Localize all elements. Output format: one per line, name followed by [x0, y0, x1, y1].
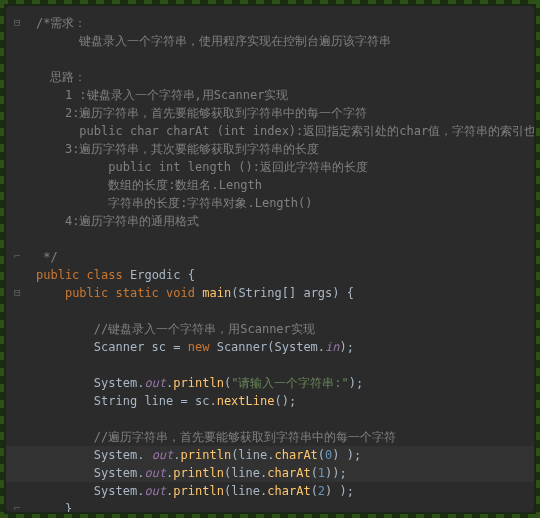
code-line: 2:遍历字符串，首先要能够获取到字符串中的每一个字符: [6, 104, 534, 122]
code-line: [6, 50, 534, 68]
code-line: [6, 410, 534, 428]
code-line: System.out.println(line.charAt(1));: [6, 464, 534, 482]
code-line: 4:遍历字符串的通用格式: [6, 212, 534, 230]
code-line: //键盘录入一个字符串，用Scanner实现: [6, 320, 534, 338]
code-editor[interactable]: ⊟/*需求： 键盘录入一个字符串，使用程序实现在控制台遍历该字符串 思路： 1 …: [6, 6, 534, 512]
code-line: public char charAt (int index):返回指定索引处的c…: [6, 122, 534, 140]
fold-icon[interactable]: ⊟: [14, 14, 21, 32]
code-line: ⊟/*需求：: [6, 14, 534, 32]
code-line: String line = sc.nextLine();: [6, 392, 534, 410]
code-line: //遍历字符串，首先要能够获取到字符串中的每一个字符: [6, 428, 534, 446]
code-line: public int length ():返回此字符串的长度: [6, 158, 534, 176]
code-line: System.out.println(line.charAt(2) );: [6, 482, 534, 500]
fold-icon[interactable]: ⊟: [14, 284, 21, 302]
code-line: [6, 356, 534, 374]
code-line: ⌐ }: [6, 500, 534, 512]
code-line: 数组的长度:数组名.Length: [6, 176, 534, 194]
code-line: ⊟ public static void main(String[] args)…: [6, 284, 534, 302]
code-line: 思路：: [6, 68, 534, 86]
code-line: public class Ergodic {: [6, 266, 534, 284]
fold-icon[interactable]: ⌐: [14, 248, 21, 266]
code-line: System. out.println(line.charAt(0) );: [6, 446, 534, 464]
code-line: System.out.println("请输入一个字符串:");: [6, 374, 534, 392]
code-line: 字符串的长度:字符串对象.Length(): [6, 194, 534, 212]
code-line: [6, 302, 534, 320]
fold-icon[interactable]: ⌐: [14, 500, 21, 512]
code-line: 1 :键盘录入一个字符串,用Scanner实现: [6, 86, 534, 104]
code-line: ⌐ */: [6, 248, 534, 266]
code-line: 3:遍历字符串，其次要能够获取到字符串的长度: [6, 140, 534, 158]
code-line: Scanner sc = new Scanner(System.in);: [6, 338, 534, 356]
code-line: [6, 230, 534, 248]
code-line: 键盘录入一个字符串，使用程序实现在控制台遍历该字符串: [6, 32, 534, 50]
